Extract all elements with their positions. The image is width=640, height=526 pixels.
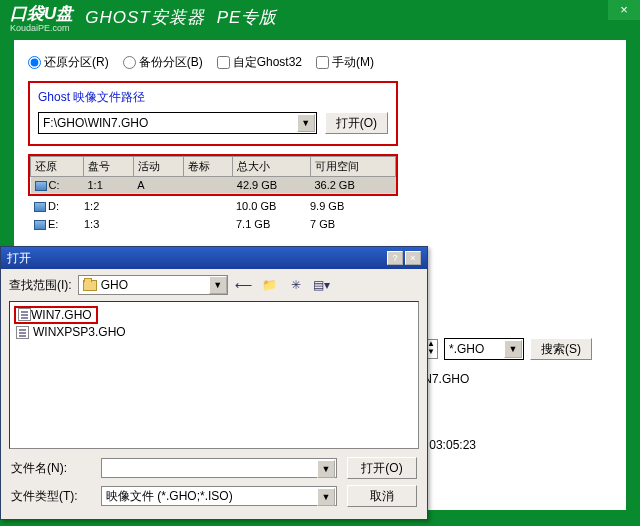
file-icon xyxy=(18,308,31,321)
dialog-open-button[interactable]: 打开(O) xyxy=(347,457,417,479)
table-row[interactable]: E: 1:37.1 GB7 GB xyxy=(30,216,396,232)
chevron-down-icon[interactable]: ▼ xyxy=(297,114,315,132)
close-icon[interactable]: × xyxy=(405,251,421,265)
partition-table-group: 还原 盘号 活动 卷标 总大小 可用空间 C: 1:1A42.9 GB36.2 … xyxy=(28,154,398,196)
drive-icon xyxy=(34,220,46,230)
radio-restore[interactable]: 还原分区(R) xyxy=(28,54,109,71)
drive-icon xyxy=(34,202,46,212)
radio-backup[interactable]: 备份分区(B) xyxy=(123,54,203,71)
drive-icon xyxy=(35,181,47,191)
filename-input[interactable]: ▼ xyxy=(101,458,337,478)
list-item[interactable]: WINXPSP3.GHO xyxy=(14,324,414,340)
filename-label: 文件名(N): xyxy=(11,460,91,477)
check-custom-ghost32[interactable]: 自定Ghost32 xyxy=(217,54,302,71)
look-in-label: 查找范围(I): xyxy=(9,277,72,294)
up-folder-icon[interactable]: 📁 xyxy=(260,275,280,295)
table-row[interactable]: C: 1:1A42.9 GB36.2 GB xyxy=(31,177,396,194)
partition-table: 还原 盘号 活动 卷标 总大小 可用空间 C: 1:1A42.9 GB36.2 … xyxy=(30,156,396,194)
table-row[interactable]: D: 1:210.0 GB9.9 GB xyxy=(30,198,396,214)
new-folder-icon[interactable]: ✳ xyxy=(286,275,306,295)
check-manual[interactable]: 手动(M) xyxy=(316,54,374,71)
search-button[interactable]: 搜索(S) xyxy=(530,338,592,360)
chevron-down-icon[interactable]: ▼ xyxy=(209,276,227,294)
file-open-dialog: 打开 ? × 查找范围(I): GHO ▼ ⟵ 📁 ✳ ▤▾ WIN7.GHO … xyxy=(0,246,428,520)
file-list[interactable]: WIN7.GHO WINXPSP3.GHO xyxy=(9,301,419,449)
file-icon xyxy=(16,326,29,339)
dialog-title: 打开 xyxy=(7,250,31,267)
brand-subtitle: KoudaiPE.com xyxy=(10,23,73,33)
ghost-path-group: Ghost 映像文件路径 F:\GHO\WIN7.GHO ▼ 打开(O) xyxy=(28,81,398,146)
app-title-1: GHOST安装器 xyxy=(85,6,204,29)
open-gho-button[interactable]: 打开(O) xyxy=(325,112,388,134)
col-free[interactable]: 可用空间 xyxy=(310,157,395,177)
col-restore[interactable]: 还原 xyxy=(31,157,84,177)
app-titlebar: 口袋U盘 KoudaiPE.com GHOST安装器 PE专版 xyxy=(0,0,640,34)
mode-radio-row: 还原分区(R) 备份分区(B) 自定Ghost32 手动(M) xyxy=(28,54,612,71)
filetype-label: 文件类型(T): xyxy=(11,488,91,505)
window-close-button[interactable]: × xyxy=(608,0,640,20)
col-disknum[interactable]: 盘号 xyxy=(83,157,133,177)
col-total[interactable]: 总大小 xyxy=(233,157,311,177)
ghost-path-combo[interactable]: F:\GHO\WIN7.GHO ▼ xyxy=(38,112,317,134)
app-title-2: PE专版 xyxy=(217,6,278,29)
col-active[interactable]: 活动 xyxy=(133,157,183,177)
dialog-titlebar[interactable]: 打开 ? × xyxy=(1,247,427,269)
folder-icon xyxy=(83,280,97,291)
ghost-path-label: Ghost 映像文件路径 xyxy=(38,89,388,106)
col-label[interactable]: 卷标 xyxy=(183,157,233,177)
ext-filter-combo[interactable]: *.GHO ▼ xyxy=(444,338,524,360)
chevron-down-icon[interactable]: ▼ xyxy=(504,340,522,358)
back-icon[interactable]: ⟵ xyxy=(234,275,254,295)
help-icon[interactable]: ? xyxy=(387,251,403,265)
ghost-path-value: F:\GHO\WIN7.GHO xyxy=(43,116,148,130)
chevron-down-icon[interactable]: ▼ xyxy=(317,488,335,506)
list-item[interactable]: WIN7.GHO xyxy=(14,306,98,324)
look-in-combo[interactable]: GHO ▼ xyxy=(78,275,228,295)
filetype-combo[interactable]: 映像文件 (*.GHO;*.ISO) ▼ xyxy=(101,486,337,506)
dialog-cancel-button[interactable]: 取消 xyxy=(347,485,417,507)
brand-logo: 口袋U盘 xyxy=(10,4,73,23)
chevron-down-icon[interactable]: ▼ xyxy=(317,460,335,478)
view-menu-icon[interactable]: ▤▾ xyxy=(312,275,332,295)
